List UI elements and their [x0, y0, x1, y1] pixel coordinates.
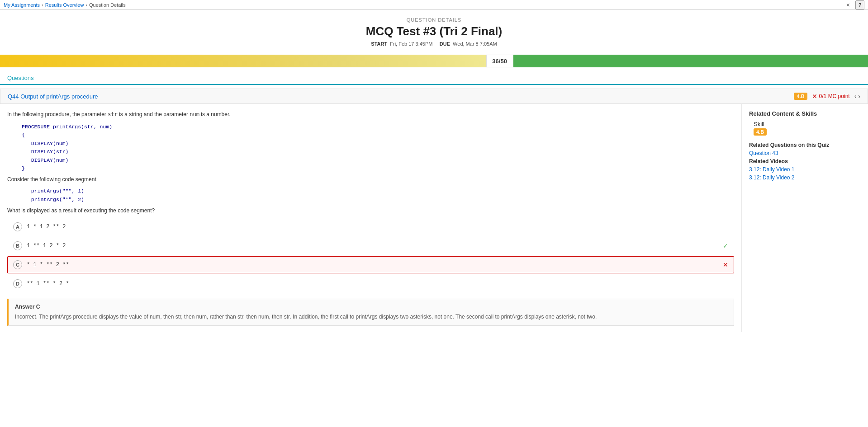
progress-bar-left — [0, 55, 486, 67]
check-mark-b: ✓ — [723, 242, 728, 249]
next-question-button[interactable]: › — [858, 93, 860, 100]
top-bar: My Assignments › Results Overview › Ques… — [0, 0, 868, 10]
option-text-b: 1 ** 1 2 * 2 — [27, 243, 66, 249]
progress-bar-area: 36/50 — [0, 55, 868, 67]
breadcrumb-question-details: Question Details — [89, 2, 126, 8]
breadcrumb-sep2: › — [85, 2, 87, 8]
breadcrumb-results-overview[interactable]: Results Overview — [45, 2, 84, 8]
question-title: Q44 Output of printArgs procedure — [8, 93, 98, 100]
skill-list-item: Skill 4.B — [754, 121, 861, 136]
close-button[interactable]: × — [846, 1, 850, 9]
code-line-2: { — [22, 131, 734, 139]
section-label: QUESTION DETAILS — [0, 17, 868, 23]
related-question-link[interactable]: Question 43 — [749, 150, 861, 156]
option-text-d: ** 1 ** * 2 * — [27, 281, 69, 287]
top-bar-right: × ? — [846, 0, 864, 9]
score-indicator: ✕ 0/1 MC point — [812, 93, 850, 100]
progress-bar-right — [513, 55, 868, 67]
start-label: START — [371, 41, 387, 47]
help-button[interactable]: ? — [855, 0, 864, 9]
sidebar: Related Content & Skills Skill 4.B Relat… — [741, 104, 868, 332]
answer-option-a[interactable]: A 1 * 1 2 ** 2 — [7, 218, 734, 235]
code-calls: printArgs("*", 1) printArgs("*", 2) — [22, 187, 734, 204]
start-date: Fri, Feb 17 3:45PM — [390, 41, 432, 47]
breadcrumb-sep1: › — [42, 2, 43, 8]
page-title: MCQ Test #3 (Tri 2 Final) — [0, 24, 868, 38]
page-header: QUESTION DETAILS MCQ Test #3 (Tri 2 Fina… — [0, 10, 868, 50]
related-content-title: Related Content & Skills — [749, 110, 861, 117]
video2-link[interactable]: 3.12: Daily Video 2 — [749, 174, 861, 181]
progress-score: 36/50 — [486, 55, 513, 67]
related-questions-title: Related Questions on this Quiz — [749, 142, 861, 148]
tabs-bar: Questions — [0, 72, 868, 85]
skill-badge-header: 4.B — [794, 93, 807, 100]
code-call-2: printArgs("*", 2) — [22, 196, 734, 204]
x-mark-c: ✕ — [723, 261, 728, 268]
nav-arrows: ‹ › — [854, 93, 860, 100]
skill-badge-sidebar: 4.B — [754, 128, 767, 136]
answer-option-c[interactable]: C * 1 * ** 2 ** ✕ — [7, 256, 734, 273]
code-line-6: } — [22, 164, 734, 173]
code-line-5: DISPLAY(num) — [22, 156, 734, 164]
dates: START Fri, Feb 17 3:45PM DUE Wed, Mar 8 … — [0, 41, 868, 47]
option-text-c: * 1 * ** 2 ** — [27, 262, 69, 268]
prev-question-button[interactable]: ‹ — [854, 93, 857, 100]
answer-option-b[interactable]: B 1 ** 1 2 * 2 ✓ — [7, 237, 734, 254]
due-label: DUE — [440, 41, 450, 47]
answer-label: Answer C — [15, 304, 727, 310]
code-procedure: PROCEDURE printArgs(str, num) { DISPLAY(… — [22, 123, 734, 173]
breadcrumb: My Assignments › Results Overview › Ques… — [4, 2, 126, 8]
consider-text: Consider the following code segment. — [7, 176, 734, 183]
option-letter-d: D — [13, 279, 22, 288]
main-content: In the following procedure, the paramete… — [0, 104, 868, 332]
answer-text: Incorrect. The printArgs procedure displ… — [15, 313, 727, 321]
question-header: Q44 Output of printArgs procedure 4.B ✕ … — [0, 89, 868, 104]
due-date: Wed, Mar 8 7:05AM — [453, 41, 497, 47]
answer-option-d[interactable]: D ** 1 ** * 2 * — [7, 275, 734, 292]
option-letter-a: A — [13, 222, 22, 231]
question-intro: In the following procedure, the paramete… — [7, 110, 734, 118]
option-text-a: 1 * 1 2 ** 2 — [27, 224, 66, 230]
related-videos-title: Related Videos — [749, 158, 861, 164]
option-letter-c: C — [13, 260, 22, 269]
code-line-3: DISPLAY(num) — [22, 140, 734, 148]
x-icon: ✕ — [812, 93, 817, 100]
score-text: 0/1 MC point — [819, 93, 850, 99]
question-header-right: 4.B ✕ 0/1 MC point ‹ › — [794, 93, 860, 100]
breadcrumb-my-assignments[interactable]: My Assignments — [4, 2, 40, 8]
skill-label: Skill — [754, 121, 764, 127]
code-call-1: printArgs("*", 1) — [22, 187, 734, 195]
video1-link[interactable]: 3.12: Daily Video 1 — [749, 166, 861, 173]
code-line-4: DISPLAY(str) — [22, 148, 734, 156]
answer-explanation: Answer C Incorrect. The printArgs proced… — [7, 299, 734, 326]
code-line-1: PROCEDURE printArgs(str, num) — [22, 123, 734, 131]
option-letter-b: B — [13, 241, 22, 250]
question-body: In the following procedure, the paramete… — [0, 104, 741, 332]
question-text: What is displayed as a result of executi… — [7, 207, 734, 214]
tab-questions[interactable]: Questions — [0, 72, 41, 85]
skill-list: Skill 4.B — [749, 121, 861, 136]
